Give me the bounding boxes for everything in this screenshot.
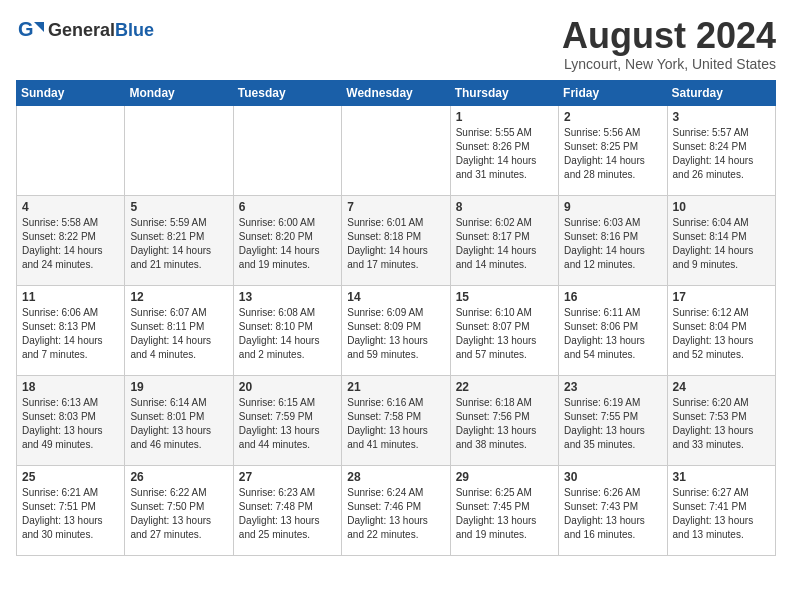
cell-info: Sunrise: 6:21 AM Sunset: 7:51 PM Dayligh…	[22, 486, 119, 542]
calendar-cell	[17, 105, 125, 195]
day-number: 13	[239, 290, 336, 304]
cell-info: Sunrise: 6:00 AM Sunset: 8:20 PM Dayligh…	[239, 216, 336, 272]
calendar-cell: 11Sunrise: 6:06 AM Sunset: 8:13 PM Dayli…	[17, 285, 125, 375]
calendar-table: SundayMondayTuesdayWednesdayThursdayFrid…	[16, 80, 776, 556]
day-number: 2	[564, 110, 661, 124]
calendar-cell	[233, 105, 341, 195]
calendar-cell: 5Sunrise: 5:59 AM Sunset: 8:21 PM Daylig…	[125, 195, 233, 285]
day-number: 18	[22, 380, 119, 394]
cell-info: Sunrise: 6:13 AM Sunset: 8:03 PM Dayligh…	[22, 396, 119, 452]
calendar-cell: 2Sunrise: 5:56 AM Sunset: 8:25 PM Daylig…	[559, 105, 667, 195]
day-number: 28	[347, 470, 444, 484]
day-header-tuesday: Tuesday	[233, 80, 341, 105]
calendar-cell: 28Sunrise: 6:24 AM Sunset: 7:46 PM Dayli…	[342, 465, 450, 555]
logo-icon: G	[16, 16, 44, 44]
day-number: 17	[673, 290, 770, 304]
day-header-wednesday: Wednesday	[342, 80, 450, 105]
calendar-cell: 10Sunrise: 6:04 AM Sunset: 8:14 PM Dayli…	[667, 195, 775, 285]
cell-info: Sunrise: 6:04 AM Sunset: 8:14 PM Dayligh…	[673, 216, 770, 272]
logo-blue: Blue	[115, 20, 154, 40]
cell-info: Sunrise: 6:27 AM Sunset: 7:41 PM Dayligh…	[673, 486, 770, 542]
cell-info: Sunrise: 6:25 AM Sunset: 7:45 PM Dayligh…	[456, 486, 553, 542]
week-row-5: 25Sunrise: 6:21 AM Sunset: 7:51 PM Dayli…	[17, 465, 776, 555]
cell-info: Sunrise: 6:18 AM Sunset: 7:56 PM Dayligh…	[456, 396, 553, 452]
day-number: 8	[456, 200, 553, 214]
calendar-cell: 17Sunrise: 6:12 AM Sunset: 8:04 PM Dayli…	[667, 285, 775, 375]
cell-info: Sunrise: 6:02 AM Sunset: 8:17 PM Dayligh…	[456, 216, 553, 272]
calendar-cell: 15Sunrise: 6:10 AM Sunset: 8:07 PM Dayli…	[450, 285, 558, 375]
day-number: 14	[347, 290, 444, 304]
week-row-4: 18Sunrise: 6:13 AM Sunset: 8:03 PM Dayli…	[17, 375, 776, 465]
day-number: 3	[673, 110, 770, 124]
calendar-cell: 30Sunrise: 6:26 AM Sunset: 7:43 PM Dayli…	[559, 465, 667, 555]
day-number: 25	[22, 470, 119, 484]
day-number: 4	[22, 200, 119, 214]
day-header-thursday: Thursday	[450, 80, 558, 105]
day-number: 6	[239, 200, 336, 214]
day-number: 1	[456, 110, 553, 124]
calendar-cell: 14Sunrise: 6:09 AM Sunset: 8:09 PM Dayli…	[342, 285, 450, 375]
day-number: 22	[456, 380, 553, 394]
cell-info: Sunrise: 6:22 AM Sunset: 7:50 PM Dayligh…	[130, 486, 227, 542]
day-number: 10	[673, 200, 770, 214]
day-number: 20	[239, 380, 336, 394]
calendar-cell: 9Sunrise: 6:03 AM Sunset: 8:16 PM Daylig…	[559, 195, 667, 285]
calendar-cell: 6Sunrise: 6:00 AM Sunset: 8:20 PM Daylig…	[233, 195, 341, 285]
calendar-cell: 8Sunrise: 6:02 AM Sunset: 8:17 PM Daylig…	[450, 195, 558, 285]
day-number: 29	[456, 470, 553, 484]
calendar-cell: 7Sunrise: 6:01 AM Sunset: 8:18 PM Daylig…	[342, 195, 450, 285]
week-row-1: 1Sunrise: 5:55 AM Sunset: 8:26 PM Daylig…	[17, 105, 776, 195]
day-number: 24	[673, 380, 770, 394]
cell-info: Sunrise: 5:58 AM Sunset: 8:22 PM Dayligh…	[22, 216, 119, 272]
month-year-title: August 2024	[562, 16, 776, 56]
cell-info: Sunrise: 5:55 AM Sunset: 8:26 PM Dayligh…	[456, 126, 553, 182]
day-number: 21	[347, 380, 444, 394]
day-number: 7	[347, 200, 444, 214]
calendar-cell: 13Sunrise: 6:08 AM Sunset: 8:10 PM Dayli…	[233, 285, 341, 375]
day-number: 5	[130, 200, 227, 214]
day-number: 27	[239, 470, 336, 484]
calendar-cell: 18Sunrise: 6:13 AM Sunset: 8:03 PM Dayli…	[17, 375, 125, 465]
day-number: 12	[130, 290, 227, 304]
cell-info: Sunrise: 6:26 AM Sunset: 7:43 PM Dayligh…	[564, 486, 661, 542]
day-header-monday: Monday	[125, 80, 233, 105]
cell-info: Sunrise: 6:09 AM Sunset: 8:09 PM Dayligh…	[347, 306, 444, 362]
calendar-cell: 16Sunrise: 6:11 AM Sunset: 8:06 PM Dayli…	[559, 285, 667, 375]
cell-info: Sunrise: 5:57 AM Sunset: 8:24 PM Dayligh…	[673, 126, 770, 182]
calendar-cell: 31Sunrise: 6:27 AM Sunset: 7:41 PM Dayli…	[667, 465, 775, 555]
calendar-cell: 3Sunrise: 5:57 AM Sunset: 8:24 PM Daylig…	[667, 105, 775, 195]
day-number: 15	[456, 290, 553, 304]
day-number: 31	[673, 470, 770, 484]
cell-info: Sunrise: 6:07 AM Sunset: 8:11 PM Dayligh…	[130, 306, 227, 362]
calendar-cell: 27Sunrise: 6:23 AM Sunset: 7:48 PM Dayli…	[233, 465, 341, 555]
svg-text:G: G	[18, 18, 34, 40]
day-header-saturday: Saturday	[667, 80, 775, 105]
logo: G GeneralBlue	[16, 16, 154, 44]
cell-info: Sunrise: 6:12 AM Sunset: 8:04 PM Dayligh…	[673, 306, 770, 362]
calendar-cell: 19Sunrise: 6:14 AM Sunset: 8:01 PM Dayli…	[125, 375, 233, 465]
calendar-cell: 20Sunrise: 6:15 AM Sunset: 7:59 PM Dayli…	[233, 375, 341, 465]
cell-info: Sunrise: 6:08 AM Sunset: 8:10 PM Dayligh…	[239, 306, 336, 362]
cell-info: Sunrise: 6:19 AM Sunset: 7:55 PM Dayligh…	[564, 396, 661, 452]
svg-marker-1	[34, 22, 44, 32]
day-header-sunday: Sunday	[17, 80, 125, 105]
cell-info: Sunrise: 6:11 AM Sunset: 8:06 PM Dayligh…	[564, 306, 661, 362]
cell-info: Sunrise: 6:16 AM Sunset: 7:58 PM Dayligh…	[347, 396, 444, 452]
calendar-cell	[342, 105, 450, 195]
calendar-cell: 12Sunrise: 6:07 AM Sunset: 8:11 PM Dayli…	[125, 285, 233, 375]
cell-info: Sunrise: 6:10 AM Sunset: 8:07 PM Dayligh…	[456, 306, 553, 362]
calendar-cell: 21Sunrise: 6:16 AM Sunset: 7:58 PM Dayli…	[342, 375, 450, 465]
logo-general: General	[48, 20, 115, 40]
calendar-cell: 26Sunrise: 6:22 AM Sunset: 7:50 PM Dayli…	[125, 465, 233, 555]
day-number: 19	[130, 380, 227, 394]
cell-info: Sunrise: 6:03 AM Sunset: 8:16 PM Dayligh…	[564, 216, 661, 272]
day-number: 16	[564, 290, 661, 304]
header: G GeneralBlue August 2024 Lyncourt, New …	[16, 16, 776, 72]
day-number: 26	[130, 470, 227, 484]
calendar-cell: 22Sunrise: 6:18 AM Sunset: 7:56 PM Dayli…	[450, 375, 558, 465]
calendar-cell	[125, 105, 233, 195]
calendar-cell: 25Sunrise: 6:21 AM Sunset: 7:51 PM Dayli…	[17, 465, 125, 555]
calendar-cell: 29Sunrise: 6:25 AM Sunset: 7:45 PM Dayli…	[450, 465, 558, 555]
cell-info: Sunrise: 6:14 AM Sunset: 8:01 PM Dayligh…	[130, 396, 227, 452]
location-subtitle: Lyncourt, New York, United States	[562, 56, 776, 72]
